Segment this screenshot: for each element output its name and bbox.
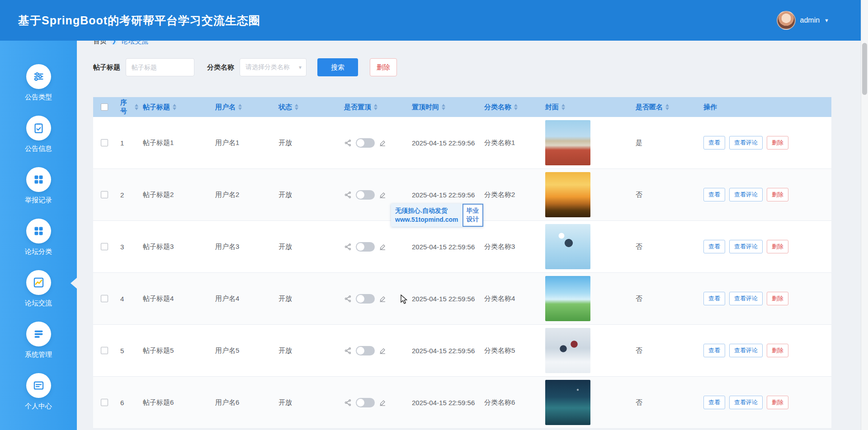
- view-comments-button[interactable]: 查看评论: [729, 136, 763, 150]
- column-header[interactable]: 用户名: [211, 103, 274, 112]
- delete-row-button[interactable]: 删除: [767, 136, 788, 150]
- user-menu[interactable]: admin ▼: [777, 11, 829, 30]
- view-button[interactable]: 查看: [703, 240, 725, 253]
- column-header[interactable]: 封面: [541, 103, 631, 112]
- share-icon[interactable]: [344, 399, 352, 407]
- sidebar-item-系统管理[interactable]: 系统管理: [0, 318, 77, 369]
- view-button[interactable]: 查看: [703, 292, 725, 305]
- column-header[interactable]: 是否置顶: [340, 103, 407, 112]
- column-header[interactable]: 操作: [699, 103, 831, 112]
- select-all-checkbox[interactable]: [101, 103, 108, 111]
- cover-image-night: [545, 380, 590, 425]
- row-checkbox[interactable]: [101, 399, 108, 406]
- view-comments-button[interactable]: 查看评论: [729, 344, 763, 357]
- post-status: 开放: [274, 398, 340, 407]
- pinned-toggle[interactable]: [356, 138, 375, 148]
- column-header[interactable]: 帖子标题: [138, 103, 211, 112]
- view-comments-button[interactable]: 查看评论: [729, 240, 763, 253]
- column-header[interactable]: 置顶时间: [407, 103, 480, 112]
- sidebar-item-论坛分类[interactable]: 论坛分类: [0, 215, 77, 266]
- search-button[interactable]: 搜索: [317, 58, 358, 76]
- edit-pen-icon[interactable]: [379, 347, 387, 355]
- row-select-cell: [93, 347, 116, 354]
- share-icon[interactable]: [344, 139, 352, 147]
- sort-caret-icon[interactable]: [561, 104, 565, 110]
- share-icon[interactable]: [344, 295, 352, 303]
- edit-pen-icon[interactable]: [379, 243, 387, 251]
- view-comments-button[interactable]: 查看评论: [729, 188, 763, 201]
- avatar[interactable]: [777, 11, 796, 30]
- post-username: 用户名2: [211, 191, 274, 199]
- sidebar-item-公告信息[interactable]: 公告信息: [0, 112, 77, 164]
- pinned-toggle[interactable]: [356, 242, 375, 252]
- view-comments-button[interactable]: 查看评论: [729, 396, 763, 409]
- cover-cell: [541, 224, 631, 269]
- cover-image-soccer: [545, 224, 590, 269]
- view-comments-button[interactable]: 查看评论: [729, 292, 763, 305]
- column-header[interactable]: 序号: [116, 98, 138, 116]
- column-header[interactable]: 分类名称: [480, 103, 541, 112]
- sidebar-item-公告类型[interactable]: 公告类型: [0, 61, 77, 112]
- sidebar: 公告类型公告信息举报记录论坛分类论坛交流系统管理个人中心: [0, 41, 77, 430]
- row-select-cell: [93, 139, 116, 146]
- scrollbar[interactable]: [861, 0, 868, 430]
- pinned-toggle[interactable]: [356, 398, 375, 407]
- sort-caret-icon[interactable]: [665, 104, 669, 110]
- sort-caret-icon[interactable]: [238, 104, 242, 110]
- edit-pen-icon[interactable]: [379, 139, 387, 147]
- share-icon[interactable]: [344, 191, 352, 199]
- delete-button[interactable]: 删除: [370, 58, 397, 76]
- card-icon: [26, 373, 51, 398]
- anonymous-flag: 否: [631, 243, 699, 251]
- delete-row-button[interactable]: 删除: [767, 396, 788, 409]
- delete-row-button[interactable]: 删除: [767, 240, 788, 253]
- edit-pen-icon[interactable]: [379, 399, 387, 407]
- delete-row-button[interactable]: 删除: [767, 292, 788, 305]
- post-title-label: 帖子标题: [93, 63, 120, 72]
- chevron-down-icon: ▼: [824, 18, 829, 23]
- row-checkbox[interactable]: [101, 347, 108, 354]
- pinned-toggle[interactable]: [356, 190, 375, 200]
- sort-caret-icon[interactable]: [173, 104, 176, 110]
- post-title-input[interactable]: [126, 58, 194, 76]
- table-row: 6帖子标题6用户名6开放2025-04-15 22:59:56分类名称6否查看查…: [93, 377, 831, 429]
- edit-pen-icon[interactable]: [379, 295, 387, 303]
- view-button[interactable]: 查看: [703, 344, 725, 357]
- watermark-badge-line2: 设计: [467, 215, 479, 224]
- chevron-down-icon: ▾: [299, 64, 302, 70]
- category-select[interactable]: 请选择分类名称 ▾: [240, 58, 307, 76]
- pinned-toggle[interactable]: [356, 346, 375, 355]
- view-button[interactable]: 查看: [703, 396, 725, 409]
- sidebar-item-举报记录[interactable]: 举报记录: [0, 164, 77, 215]
- sort-caret-icon[interactable]: [442, 104, 445, 110]
- column-label: 是否匿名: [636, 103, 663, 112]
- row-checkbox[interactable]: [101, 139, 108, 146]
- share-icon[interactable]: [344, 347, 352, 355]
- view-button[interactable]: 查看: [703, 136, 725, 150]
- row-checkbox[interactable]: [101, 243, 108, 250]
- column-header[interactable]: 是否匿名: [631, 103, 699, 112]
- edit-pen-icon[interactable]: [379, 191, 387, 199]
- sort-caret-icon[interactable]: [135, 104, 138, 110]
- column-header[interactable]: 状态: [274, 103, 340, 112]
- sort-caret-icon[interactable]: [295, 104, 298, 110]
- sort-caret-icon[interactable]: [374, 104, 377, 110]
- delete-row-button[interactable]: 删除: [767, 188, 788, 201]
- scrollbar-thumb[interactable]: [862, 43, 867, 95]
- share-icon[interactable]: [344, 243, 352, 251]
- sidebar-item-论坛交流[interactable]: 论坛交流: [0, 266, 77, 318]
- sort-caret-icon[interactable]: [514, 104, 518, 110]
- view-button[interactable]: 查看: [703, 188, 725, 201]
- delete-row-button[interactable]: 删除: [767, 344, 788, 357]
- column-label: 操作: [703, 103, 717, 112]
- category-name: 分类名称1: [480, 139, 541, 147]
- row-checkbox[interactable]: [101, 295, 108, 302]
- row-checkbox[interactable]: [101, 191, 108, 198]
- actions-cell: 查看查看评论删除: [699, 292, 831, 305]
- pinned-cell: [340, 346, 407, 355]
- pinned-toggle[interactable]: [356, 294, 375, 304]
- sidebar-item-个人中心[interactable]: 个人中心: [0, 369, 77, 421]
- select-all-cell: [93, 103, 116, 111]
- breadcrumb-current[interactable]: 论坛交流: [121, 41, 148, 46]
- breadcrumb-home[interactable]: 首页: [93, 41, 107, 46]
